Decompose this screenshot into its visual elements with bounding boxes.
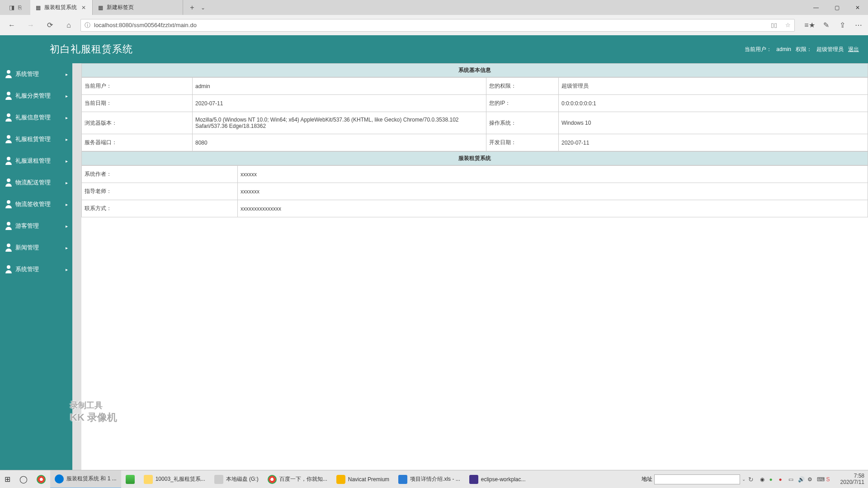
back-button[interactable]: ← xyxy=(5,18,19,33)
notes-icon[interactable]: ✎ xyxy=(821,20,831,30)
sidebar-item-6[interactable]: 物流签收管理▸ xyxy=(0,193,72,215)
toolbar-right: ≡★ ✎ ⇪ ⋯ xyxy=(805,20,863,30)
new-tab-button[interactable]: + xyxy=(187,2,198,13)
sidebar-item-4[interactable]: 礼服退租管理▸ xyxy=(0,150,72,172)
taskbar-label: 项目详情介绍.xls - ... xyxy=(410,475,460,483)
panel-title-1: 系统基本信息 xyxy=(81,63,868,77)
cell-label: 操作系统： xyxy=(486,112,559,134)
tab-spacer: ◨ ⎘ xyxy=(0,0,30,15)
cell-label: 服务器端口： xyxy=(82,134,193,151)
taskbar-app-1[interactable] xyxy=(121,470,139,488)
taskbar-app-7[interactable]: eclipse-workplac... xyxy=(465,470,530,488)
refresh-button[interactable]: ⟳ xyxy=(42,18,57,33)
taskbar-app-5[interactable]: Navicat Premium xyxy=(332,470,394,488)
home-button[interactable]: ⌂ xyxy=(61,18,76,33)
cell-label: 当前日期： xyxy=(82,95,193,112)
taskbar-go-icon[interactable]: ↻ xyxy=(748,476,754,483)
favorites-list-icon[interactable]: ≡★ xyxy=(805,20,815,30)
favorite-icon[interactable]: ☆ xyxy=(785,22,791,28)
logout-link[interactable]: 退出 xyxy=(848,46,859,53)
tab-overflow-button[interactable]: ⌄ xyxy=(198,2,208,13)
tray-icon[interactable]: ● xyxy=(779,476,785,483)
app-icon xyxy=(268,475,277,484)
sidebar-item-7[interactable]: 游客管理▸ xyxy=(0,215,72,237)
cortana-button[interactable]: ◯ xyxy=(15,470,32,488)
chevron-right-icon: ▸ xyxy=(66,159,68,164)
taskbar-label: Navicat Premium xyxy=(348,476,389,483)
tray-icon[interactable]: ⚙ xyxy=(807,476,814,483)
cell-label: 系统作者： xyxy=(82,166,238,183)
taskbar-app-2[interactable]: 10003_礼服租赁系... xyxy=(139,470,210,488)
taskbar-address-input[interactable] xyxy=(654,474,740,484)
app-icon xyxy=(144,475,153,484)
sidebar-label: 礼服分类管理 xyxy=(15,92,51,100)
cell-value: 2020-07-11 xyxy=(193,95,486,112)
sidebar-label: 新闻管理 xyxy=(15,244,39,252)
clock[interactable]: 7:58 2020/7/11 xyxy=(840,473,864,485)
sidebar-item-2[interactable]: 礼服信息管理▸ xyxy=(0,107,72,128)
app-icon xyxy=(336,475,345,484)
sidebar-item-1[interactable]: 礼服分类管理▸ xyxy=(0,85,72,107)
app-icon xyxy=(55,474,64,483)
close-window-button[interactable]: ✕ xyxy=(847,0,868,15)
app-header: 初白礼服租赁系统 当前用户： admin 权限： 超级管理员 退出 xyxy=(0,35,868,63)
chrome-pinned[interactable] xyxy=(32,470,50,488)
close-icon[interactable]: ✕ xyxy=(80,5,87,11)
clock-time: 7:58 xyxy=(840,473,864,479)
tray-icon[interactable]: ● xyxy=(769,476,776,483)
chrome-icon xyxy=(37,475,46,484)
tray-icon[interactable]: ⌨ xyxy=(817,476,823,483)
sidebar-item-5[interactable]: 物流配送管理▸ xyxy=(0,172,72,193)
sidebar-label: 物流配送管理 xyxy=(15,178,51,187)
taskbar-label: 本地磁盘 (G:) xyxy=(226,475,259,483)
chevron-right-icon: ▸ xyxy=(66,94,68,99)
sidebar-item-8[interactable]: 新闻管理▸ xyxy=(0,237,72,258)
user-icon xyxy=(5,113,13,122)
tray-icon[interactable]: 🔊 xyxy=(798,476,804,483)
cell-value: 超级管理员 xyxy=(559,78,868,95)
browser-chrome: ◨ ⎘ ▦ 服装租赁系统 ✕ ▦ 新建标签页 + ⌄ — ▢ ✕ ← → ⟳ ⌂… xyxy=(0,0,868,35)
site-info-icon[interactable]: ⓘ xyxy=(85,21,90,29)
user-icon xyxy=(5,92,13,100)
clock-date: 2020/7/11 xyxy=(840,479,864,485)
taskbar-app-4[interactable]: 百度一下，你就知... xyxy=(263,470,332,488)
table-row: 服务器端口：8080开发日期：2020-07-11 xyxy=(82,134,868,151)
system-tray: ◉ ● ● ▭ 🔊 ⚙ ⌨ S 7:58 2020/7/11 xyxy=(760,473,864,485)
cell-label: 开发日期： xyxy=(486,134,559,151)
minimize-button[interactable]: — xyxy=(806,0,826,15)
user-icon xyxy=(5,178,13,187)
chevron-right-icon: ▸ xyxy=(66,115,68,120)
start-button[interactable]: ⊞ xyxy=(0,470,15,488)
cell-value: Windows 10 xyxy=(559,112,868,134)
taskbar-app-6[interactable]: 项目详情介绍.xls - ... xyxy=(394,470,465,488)
tray-icon[interactable]: S xyxy=(826,476,833,483)
cell-value: 8080 xyxy=(193,134,486,151)
forward-button[interactable]: → xyxy=(24,18,38,33)
taskbar-app-0[interactable]: 服装租赁系统 和 1 ... xyxy=(50,470,121,488)
cell-label: 联系方式： xyxy=(82,200,238,217)
taskbar-app-3[interactable]: 本地磁盘 (G:) xyxy=(210,470,263,488)
cell-label: 指导老师： xyxy=(82,183,238,200)
cell-value: xxxxxxxxxxxxxxx xyxy=(238,200,868,217)
tray-icon[interactable]: ▭ xyxy=(788,476,795,483)
app-icon xyxy=(214,475,223,484)
reader-icon[interactable]: ▯▯ xyxy=(771,22,777,28)
chevron-right-icon: ▸ xyxy=(66,202,68,207)
url-input[interactable]: ⓘ localhost:8080/ssm00564fzzlxt/main.do … xyxy=(80,19,795,32)
sidebar-item-3[interactable]: 礼服租赁管理▸ xyxy=(0,128,72,150)
chevron-right-icon: ▸ xyxy=(66,137,68,142)
sidebar-label: 礼服退租管理 xyxy=(15,157,51,165)
more-icon[interactable]: ⋯ xyxy=(854,20,863,30)
info-table-2: 系统作者：xxxxxx指导老师：xxxxxxx联系方式：xxxxxxxxxxxx… xyxy=(81,165,868,217)
tab-bar: ◨ ⎘ ▦ 服装租赁系统 ✕ ▦ 新建标签页 + ⌄ — ▢ ✕ xyxy=(0,0,868,15)
tray-icon[interactable]: ◉ xyxy=(760,476,766,483)
share-icon[interactable]: ⇪ xyxy=(837,20,847,30)
browser-tab-0[interactable]: ▦ 服装租赁系统 ✕ xyxy=(30,0,93,15)
role-value: 超级管理员 xyxy=(816,46,844,53)
url-text: localhost:8080/ssm00564fzzlxt/main.do xyxy=(94,22,197,28)
browser-tab-1[interactable]: ▦ 新建标签页 xyxy=(93,0,183,15)
sidebar-item-9[interactable]: 系统管理▸ xyxy=(0,258,72,280)
maximize-button[interactable]: ▢ xyxy=(826,0,847,15)
user-icon xyxy=(5,70,13,78)
sidebar-item-0[interactable]: 系统管理▸ xyxy=(0,63,72,85)
